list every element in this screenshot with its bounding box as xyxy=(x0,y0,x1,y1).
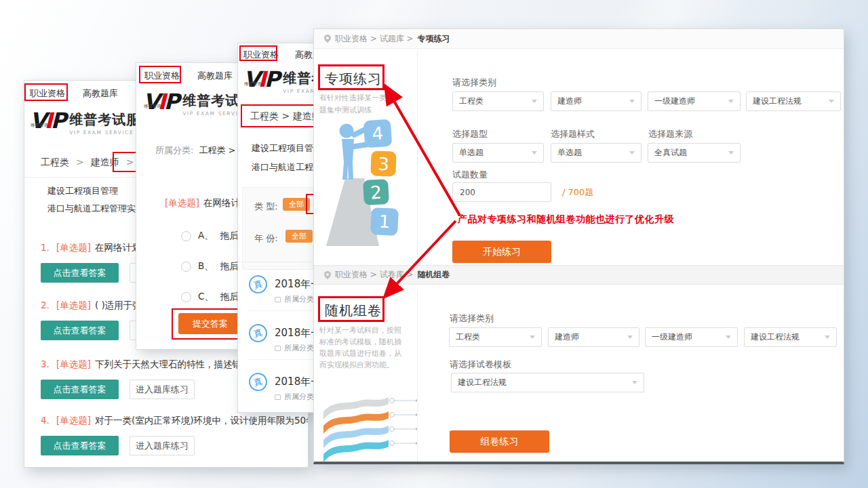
option-label: B、 xyxy=(198,260,214,272)
radio-icon[interactable] xyxy=(181,262,191,272)
stacked-sheets-graphic xyxy=(321,394,422,462)
random-category-select-1[interactable]: 工程类 xyxy=(449,327,542,347)
category-select-1[interactable]: 工程类 xyxy=(452,92,544,111)
question-count-label: 试题数量 xyxy=(452,169,488,181)
breadcrumb-path[interactable]: 职业资格 > 试卷库 > xyxy=(335,269,414,281)
radio-icon[interactable] xyxy=(181,292,191,302)
question-type-tag: [单选题] xyxy=(56,415,91,426)
radio-icon[interactable] xyxy=(181,231,191,241)
view-answer-button[interactable]: 点击查看答案 xyxy=(41,321,119,340)
question-number: 4. xyxy=(41,415,50,426)
build-paper-button[interactable]: 组卷练习 xyxy=(450,430,549,453)
special-practice-title: 专项练习 xyxy=(325,70,382,88)
chevron-down-icon xyxy=(629,100,635,103)
question-style-label: 选择题样式 xyxy=(551,128,595,140)
filter-year-label: 年 份: xyxy=(254,232,278,245)
template-select-label: 请选择试卷模板 xyxy=(450,359,511,371)
category-icon xyxy=(275,394,281,400)
nav-item-zhiye[interactable]: 职业资格 xyxy=(243,49,279,61)
chevron-down-icon xyxy=(829,100,834,103)
random-category-select-3[interactable]: 一级建造师 xyxy=(645,327,738,347)
special-practice-desc: 有针对性选择某一类试 xyxy=(319,93,394,103)
real-exam-badge: 真 xyxy=(247,371,269,393)
category-select-2[interactable]: 建造师 xyxy=(551,92,642,111)
chevron-down-icon xyxy=(726,336,731,339)
slide-background: 职业资格 高教题库 移动应用 VIP维普资讯 维普考试服务平台 VIP EXAM… xyxy=(0,0,868,488)
view-answer-button[interactable]: 点击查看答案 xyxy=(41,436,119,455)
random-paper-title: 随机组卷 xyxy=(325,302,382,320)
column-divider xyxy=(417,52,418,265)
random-category-select-2[interactable]: 建造师 xyxy=(548,327,639,347)
category-icon xyxy=(275,346,281,351)
category-select-label: 请选择类别 xyxy=(452,77,496,89)
breadcrumb-bar-random: 职业资格 > 试卷库 > 随机组卷 xyxy=(314,265,844,285)
real-exam-badge: 真 xyxy=(247,273,269,296)
block-1: 1 xyxy=(370,207,399,236)
question-type-label: 选择题型 xyxy=(452,128,488,140)
question-count-max: / 700题 xyxy=(562,186,593,199)
breadcrumb[interactable]: 工程类 > 建造师 xyxy=(250,110,321,123)
nav-item-gaojiao[interactable]: 高教题库 xyxy=(197,70,233,82)
nav-item-zhiye[interactable]: 职业资格 xyxy=(30,87,65,100)
view-answer-button[interactable]: 点击查看答案 xyxy=(41,263,119,283)
answer-option[interactable]: C、 拖后1 xyxy=(181,291,245,303)
answer-option[interactable]: B、 拖后4 xyxy=(181,260,244,272)
crumb-category[interactable]: 工程类 xyxy=(41,157,69,169)
question-number: 3. xyxy=(41,359,50,369)
category-icon xyxy=(275,297,281,302)
filter-type-all-badge[interactable]: 全部 xyxy=(283,198,310,211)
tab-harbor-engineering[interactable]: 港口与航道工程管理实务 xyxy=(47,203,144,215)
category-select-4[interactable]: 建设工程法规 xyxy=(746,92,841,111)
view-answer-button[interactable]: 点击查看答案 xyxy=(41,380,119,399)
random-category-select-4[interactable]: 建设工程法规 xyxy=(744,327,837,347)
option-label: C、 xyxy=(198,291,214,303)
vip-logo-mark: VIP维普资讯 xyxy=(243,69,278,89)
chevron-down-icon xyxy=(530,336,535,339)
chevron-down-icon xyxy=(627,336,633,339)
enter-bank-button[interactable]: 进入题库练习 xyxy=(130,436,195,455)
chevron-down-icon xyxy=(629,151,635,155)
question-type-select[interactable]: 单选题 xyxy=(452,143,544,163)
option-label: A、 xyxy=(198,230,214,242)
subject-tabs-row2: 港口与航道工程管理实务 xyxy=(47,203,144,215)
question-type-tag: [单选题] xyxy=(56,359,91,369)
tab-project-management[interactable]: 建设工程项目管理 xyxy=(252,142,322,155)
special-practice-desc: 题集中测试训练 xyxy=(319,105,372,115)
question-type-tag: [单选题] xyxy=(56,242,91,253)
filter-type-label: 类 型: xyxy=(254,201,278,213)
answer-option[interactable]: A、 拖后3 xyxy=(181,230,244,242)
layers-illustration xyxy=(321,394,422,462)
question-number: 2. xyxy=(41,300,50,310)
question-text: 对于一类(室内正常环境)环境中，设计使用年限为50年的结构混凝土， xyxy=(95,415,309,426)
nav-item-zhiye[interactable]: 职业资格 xyxy=(144,70,180,82)
chevron-down-icon xyxy=(825,336,830,339)
breadcrumb-path[interactable]: 职业资格 > 试题库 > xyxy=(335,33,414,45)
subject-tab: 建设工程项目管理 xyxy=(252,142,322,155)
category-select-label: 请选择类别 xyxy=(450,312,494,325)
enter-bank-button[interactable]: 进入题库练习 xyxy=(130,380,195,399)
breadcrumb-current: 专项练习 xyxy=(418,33,450,45)
question-count-input[interactable] xyxy=(452,182,551,202)
random-paper-desc: 针对某一考试科目，按照 标准的考试模板，随机抽 取题库试题进行组卷，从 而实现模… xyxy=(319,325,401,371)
template-select[interactable]: 建设工程法规 xyxy=(451,373,644,392)
question-source-label: 选择题来源 xyxy=(648,128,692,140)
tab-project-management[interactable]: 建设工程项目管理 xyxy=(47,185,118,197)
question-style-select[interactable]: 单选题 xyxy=(551,143,642,163)
practice-illustration: 4 3 2 1 xyxy=(321,116,403,249)
chevron-down-icon xyxy=(728,151,734,155)
chevron-down-icon xyxy=(632,381,637,384)
submit-answer-button[interactable]: 提交答案 xyxy=(178,313,242,334)
question-source-select[interactable]: 全真试题 xyxy=(648,143,741,163)
vip-logo-mark: VIP维普资讯 xyxy=(143,92,178,112)
breadcrumb-current: 随机组卷 xyxy=(418,269,450,281)
nav-item-gaojiao[interactable]: 高教题库 xyxy=(83,87,118,100)
crumb-subcategory[interactable]: 建造师 xyxy=(91,157,119,169)
start-practice-button[interactable]: 开始练习 xyxy=(452,241,551,263)
annotation-note: 产品对专项练习和随机组卷功能也进行了优化升级 xyxy=(458,214,674,226)
category-select-3[interactable]: 一级建造师 xyxy=(648,92,741,111)
filter-year-all-badge[interactable]: 全部 xyxy=(285,230,313,243)
vip-logo-mark: VIP维普资讯 xyxy=(30,110,64,131)
window-practice-settings: 职业资格 > 试题库 > 专项练习 专项练习 有针对性选择某一类试 题集中测试训… xyxy=(313,28,844,464)
block-4: 4 xyxy=(363,119,393,148)
question-type-tag: [单选题] xyxy=(56,300,91,310)
